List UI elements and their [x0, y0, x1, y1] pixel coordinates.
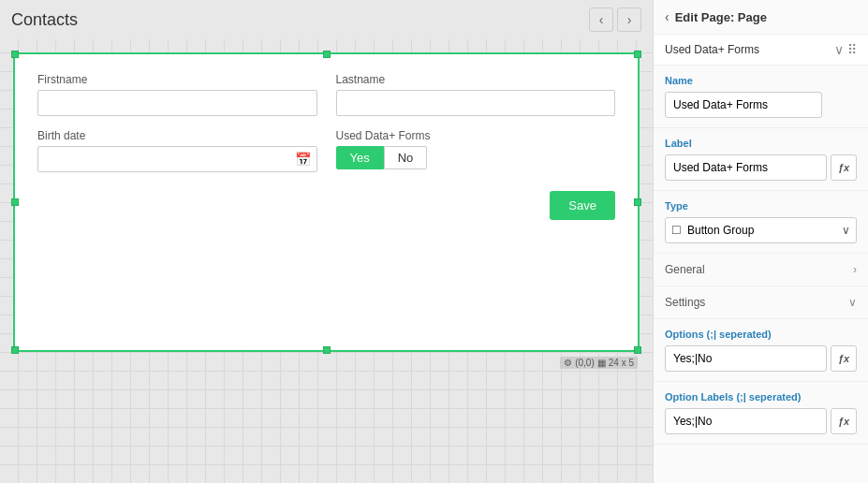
name-input[interactable]: [665, 92, 822, 118]
nav-prev-button[interactable]: ‹: [589, 7, 613, 32]
handle-mid-left[interactable]: [11, 198, 19, 206]
label-input-row: ƒx: [665, 154, 857, 181]
coords-badge: ⚙ (0,0) ▦ 24 x 5: [560, 357, 638, 369]
size-icon: ▦: [597, 358, 606, 368]
options-section-label: Options (;| seperated): [665, 329, 857, 340]
firstname-field: Firstname: [37, 73, 317, 116]
yes-no-button-group: Yes No: [336, 146, 616, 169]
settings-chevron-icon: ∨: [848, 296, 857, 309]
label-input[interactable]: [665, 154, 827, 181]
option-labels-section-label: Option Labels (;| seperated): [665, 391, 857, 402]
type-icon: ☐: [671, 224, 682, 237]
option-labels-input[interactable]: [665, 408, 827, 434]
size-value: 24 x 5: [609, 358, 634, 368]
form-actions: Save: [37, 191, 615, 220]
nav-buttons: ‹ ›: [589, 7, 641, 32]
useddata-label: Used Data+ Forms: [336, 129, 616, 142]
top-bar: Contacts ‹ ›: [0, 0, 653, 39]
handle-bot-right[interactable]: [634, 346, 641, 354]
birthdate-input[interactable]: 📅: [37, 146, 317, 172]
option-labels-input-row: ƒx: [665, 408, 857, 434]
options-section: Options (;| seperated) ƒx: [654, 319, 868, 382]
label-fx-button[interactable]: ƒx: [831, 154, 857, 181]
form-row-2: Birth date 📅 Used Data+ Forms Yes No: [37, 129, 615, 172]
options-input-row: ƒx: [665, 345, 857, 372]
birthdate-label: Birth date: [37, 129, 317, 142]
option-labels-section: Option Labels (;| seperated) ƒx: [654, 382, 868, 445]
widget-chevron-icon[interactable]: ∨: [834, 42, 844, 57]
general-label: General: [665, 263, 705, 276]
settings-collapsible[interactable]: Settings ∨: [654, 286, 868, 319]
type-chevron-icon: ∨: [842, 224, 850, 237]
type-section: Type ☐ Button Group ∨: [654, 191, 868, 254]
nav-next-button[interactable]: ›: [617, 7, 641, 32]
options-fx-button[interactable]: ƒx: [831, 345, 857, 372]
calendar-icon: 📅: [295, 152, 311, 167]
yes-button[interactable]: Yes: [336, 146, 384, 169]
widget-actions: ∨ ⠿: [834, 42, 857, 57]
right-panel-title: Edit Page: Page: [675, 10, 857, 24]
page-title: Contacts: [11, 10, 78, 30]
label-section: Label ƒx: [654, 128, 868, 191]
handle-bot-center[interactable]: [323, 346, 331, 354]
option-labels-fx-button[interactable]: ƒx: [831, 408, 857, 434]
firstname-input[interactable]: [37, 90, 317, 116]
canvas-area: Firstname Lastname Birth date 📅 Used: [0, 39, 653, 483]
name-section: Name: [654, 66, 868, 128]
handle-top-right[interactable]: [634, 51, 641, 58]
lastname-label: Lastname: [336, 73, 616, 86]
widget-selector: Used Data+ Forms ∨ ⠿: [654, 35, 868, 66]
back-arrow-icon[interactable]: ‹: [665, 9, 669, 24]
widget-name: Used Data+ Forms: [665, 43, 759, 56]
no-button[interactable]: No: [384, 146, 428, 169]
type-select[interactable]: Button Group: [687, 224, 836, 237]
save-button[interactable]: Save: [550, 191, 615, 220]
lastname-field: Lastname: [336, 73, 616, 116]
handle-top-center[interactable]: [323, 51, 331, 58]
type-section-label: Type: [665, 200, 857, 212]
handle-top-left[interactable]: [11, 51, 19, 58]
coords-value: (0,0): [575, 358, 595, 368]
general-collapsible[interactable]: General ›: [654, 254, 868, 286]
form-row-1: Firstname Lastname: [37, 73, 615, 116]
label-section-label: Label: [665, 138, 857, 149]
settings-label: Settings: [665, 296, 705, 309]
general-chevron-icon: ›: [853, 263, 857, 276]
firstname-label: Firstname: [37, 73, 317, 86]
type-select-row[interactable]: ☐ Button Group ∨: [665, 217, 857, 243]
handle-bot-left[interactable]: [11, 346, 19, 354]
lastname-input[interactable]: [336, 90, 616, 116]
form-container: Firstname Lastname Birth date 📅 Used: [13, 52, 640, 352]
birthdate-field: Birth date 📅: [37, 129, 317, 172]
right-panel-header: ‹ Edit Page: Page: [654, 0, 868, 35]
right-panel: ‹ Edit Page: Page Used Data+ Forms ∨ ⠿ N…: [653, 0, 868, 483]
widget-grid-icon[interactable]: ⠿: [847, 42, 857, 57]
left-panel: Contacts ‹ › Firstname Lastnam: [0, 0, 653, 483]
handle-mid-right[interactable]: [634, 198, 641, 206]
options-input[interactable]: [665, 345, 827, 372]
useddata-field: Used Data+ Forms Yes No: [336, 129, 616, 172]
coords-icon: ⚙: [564, 358, 572, 368]
name-section-label: Name: [665, 75, 857, 86]
